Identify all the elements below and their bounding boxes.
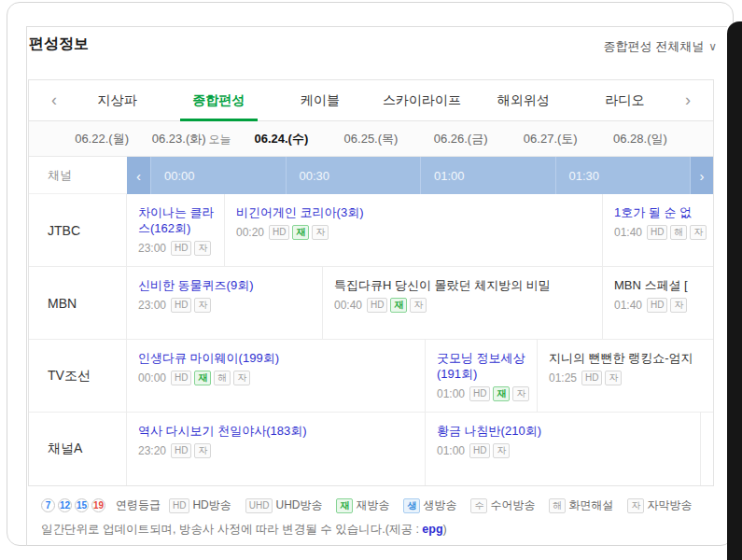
legend-label: UHD방송 [275,497,322,513]
legend-item-HD: HDHD방송 [169,497,235,513]
badge-수-icon: 수 [470,498,487,513]
badge-HD: HD [469,443,490,458]
date-item-4[interactable]: 06.26.(금) [416,131,506,147]
badge-자: 자 [194,241,211,256]
legend-item-UHD: UHDUHD방송 [245,497,327,513]
badge-HD: HD [367,298,387,313]
time-bar: ‹ 00:0000:3001:0001:30 › [127,157,713,194]
badge-재-icon: 재 [336,498,353,513]
program-title[interactable]: 차이나는 클라스(162회) [138,204,215,236]
program-cell[interactable]: 신비한 동물퀴즈(9회)23:00HD자 [127,267,323,339]
legend-item-생: 생생방송 [403,497,460,513]
program-title[interactable]: 1호가 될 순 없 [614,204,706,220]
date-item-0[interactable]: 06.22.(월) [57,131,147,147]
program-title[interactable]: 비긴어게인 코리아(3회) [236,204,593,220]
time-slot-2: 01:00 [420,157,555,194]
badge-자: 자 [493,443,510,458]
channel-name-0[interactable]: JTBC [29,194,127,266]
badge-재: 재 [390,298,407,313]
age-rating-group: 7121519 [41,498,105,512]
epg-provider-link[interactable]: epg [422,523,442,536]
channel-name-3[interactable]: 채널A [29,413,127,485]
tab-4[interactable]: 해외위성 [472,80,574,120]
program-cell[interactable]: 굿모닝 정보세상 (191회)01:00HD재자 [426,340,538,412]
age-rating-7-icon: 7 [41,498,55,512]
program-start-time: 23:20 [138,444,166,457]
badge-HD: HD [171,298,191,313]
tab-1-active[interactable]: 종합편성 [168,80,270,120]
tab-0[interactable]: 지상파 [66,80,168,120]
program-start-time: 01:25 [549,371,577,385]
date-item-5[interactable]: 06.27.(토) [506,131,595,147]
tab-2[interactable]: 케이블 [270,80,371,120]
program-start-time: 01:00 [437,444,465,457]
badge-자: 자 [410,298,427,313]
program-cell[interactable]: 1호가 될 순 없01:40HD해자 [603,194,715,266]
program-cell[interactable]: 차이나는 클라스(162회)23:00HD자 [127,194,225,266]
program-title[interactable]: 신비한 동물퀴즈(9회) [138,277,313,293]
program-cell[interactable]: 인생다큐 마이웨이(199회)00:00HD재해자 [127,340,426,412]
program-title[interactable]: 황금 나침반(210회) [437,423,691,439]
today-label: 오늘 [209,133,231,146]
program-cell[interactable]: MBN 스페셜 [01:40HD자 [603,267,715,339]
time-prev-icon[interactable]: ‹ [127,157,150,194]
date-item-3[interactable]: 06.25.(목) [326,131,415,147]
badge-재: 재 [493,386,510,401]
badge-HD: HD [269,225,289,240]
tabs-next-icon[interactable]: › [676,80,700,120]
tab-bar: ‹ 지상파종합편성케이블스카이라이프해외위성라디오 › [29,80,713,121]
program-cell[interactable]: 황금 나침반(210회)01:00HD자 [426,413,701,485]
channel-name-1[interactable]: MBN [29,267,127,339]
badge-UHD-icon: UHD [245,498,273,513]
channel-name-2[interactable]: TV조선 [29,340,127,412]
program-meta: 01:40HD자 [614,298,706,313]
date-item-1[interactable]: 06.23.(화)오늘 [147,131,236,147]
legend-item-재: 재재방송 [336,497,393,513]
program-start-time: 01:00 [437,387,465,400]
program-cell[interactable]: 역사 다시보기 천일야사(183회)23:20HD자 [127,413,426,485]
program-title[interactable]: 굿모닝 정보세상 (191회) [437,350,527,382]
badge-자: 자 [194,443,211,458]
program-meta: 00:40HD재자 [334,298,593,313]
channel-row-2: TV조선인생다큐 마이웨이(199회)00:00HD재해자굿모닝 정보세상 (1… [29,340,713,413]
badge-HD: HD [171,241,191,256]
legend-label: 자막방송 [647,497,692,513]
age-rating-label: 연령등급 [116,497,161,513]
tabs-prev-icon[interactable]: ‹ [42,80,66,120]
program-title[interactable]: 인생다큐 마이웨이(199회) [138,350,415,366]
date-item-2[interactable]: 06.24.(수) [236,131,326,147]
badge-HD: HD [581,371,602,385]
program-meta: 01:00HD재자 [437,386,527,401]
program-start-time: 00:40 [334,299,362,312]
badge-생-icon: 생 [403,498,420,513]
program-title: MBN 스페셜 [ [614,277,706,293]
age-rating-15-icon: 15 [75,498,89,512]
timeline-header: 채널 ‹ 00:0000:3001:0001:30 › [29,157,713,194]
program-meta: 01:40HD해자 [614,225,706,240]
program-start-time: 00:00 [138,371,166,385]
channel-row-0: JTBC차이나는 클라스(162회)23:00HD자비긴어게인 코리아(3회)0… [29,194,713,267]
chevron-down-icon: ∨ [708,40,717,53]
program-cell[interactable]: 비긴어게인 코리아(3회)00:20HD재자 [225,194,603,266]
channel-row-3: 채널A역사 다시보기 천일야사(183회)23:20HD자황금 나침반(210회… [29,413,713,485]
badge-HD: HD [171,443,191,458]
time-next-icon[interactable]: › [690,157,713,194]
program-meta: 00:20HD재자 [236,225,593,240]
tab-5[interactable]: 라디오 [574,80,676,120]
time-slot-0: 00:00 [150,157,286,194]
program-cell[interactable]: 지니의 뻔뻔한 랭킹쇼-엄지01:25HD자 [538,340,715,412]
program-meta: 01:00HD자 [437,443,691,458]
program-start-time: 23:00 [138,242,166,255]
legend-label: HD방송 [192,497,231,513]
tab-3[interactable]: 스카이라이프 [371,80,472,120]
program-title[interactable]: 역사 다시보기 천일야사(183회) [138,423,415,439]
program-cell[interactable]: 특집다큐H 당신이 몰랐던 체지방의 비밀00:40HD재자 [323,267,603,339]
tab-items: 지상파종합편성케이블스카이라이프해외위성라디오 [66,80,676,120]
update-notice: 일간단위로 업데이트되며, 방송사 사정에 따라 변경될 수 있습니다.(제공 … [41,522,713,538]
badge-HD: HD [469,386,490,401]
date-item-6[interactable]: 06.28.(일) [595,131,685,147]
badge-HD: HD [647,225,667,240]
channel-filter-dropdown[interactable]: 종합편성 전체채널 ∨ [604,38,717,55]
badge-HD-icon: HD [169,498,189,513]
legend-item-해: 해화면해설 [549,497,617,513]
